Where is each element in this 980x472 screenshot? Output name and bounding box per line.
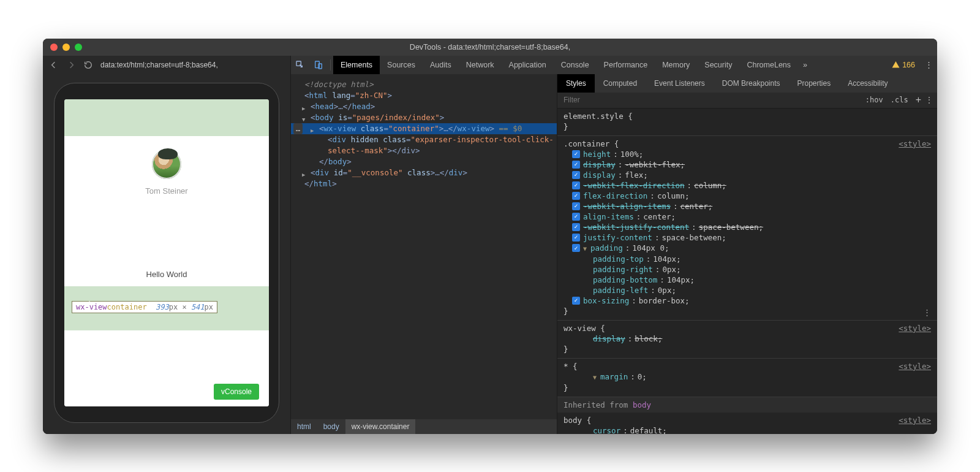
warnings-badge[interactable]: 166 — [887, 61, 920, 69]
rule-container: .container { <style> height: 100%;displa… — [557, 136, 937, 321]
css-declaration[interactable]: padding-left: 0px; — [572, 285, 931, 295]
css-declaration[interactable]: ▼ padding: 104px 0; — [572, 243, 931, 254]
styles-list[interactable]: element.style { } .container { <style> h… — [557, 108, 937, 434]
kebab-menu-icon[interactable]: ⋮ — [920, 60, 937, 69]
minimize-icon[interactable] — [62, 44, 70, 51]
toggle-checkbox[interactable] — [572, 181, 580, 189]
rule-source-link[interactable]: <style> — [899, 361, 931, 371]
toggle-checkbox[interactable] — [572, 213, 580, 221]
new-rule-icon[interactable]: + — [912, 94, 925, 105]
device-toggle-icon[interactable] — [309, 56, 328, 74]
css-declaration[interactable]: display: -webkit-flex; — [572, 159, 931, 170]
dom-line: select--mask"></div> — [291, 145, 557, 156]
css-declaration[interactable]: -webkit-flex-direction: column; — [572, 180, 931, 191]
css-declaration[interactable]: flex-direction: column; — [572, 191, 931, 201]
rule-source-link[interactable]: <style> — [899, 139, 931, 149]
tab-sources[interactable]: Sources — [380, 56, 423, 74]
rule-universal: * { <style> ▼ margin: 0; } — [557, 359, 937, 397]
tab-network[interactable]: Network — [459, 56, 502, 74]
css-declaration[interactable]: cursor: default; — [572, 425, 931, 434]
zoom-icon[interactable] — [75, 44, 82, 51]
css-declaration[interactable]: padding-right: 0px; — [572, 264, 931, 275]
css-declaration[interactable]: padding-top: 104px; — [572, 254, 931, 264]
rule-source-link[interactable]: <style> — [899, 415, 931, 425]
subtab-accessibility[interactable]: Accessibility — [839, 74, 896, 93]
css-declaration[interactable]: -webkit-justify-content: space-between; — [572, 222, 931, 232]
url-text[interactable]: data:text/html;charset=utf-8;base64, — [100, 61, 218, 69]
css-declaration[interactable]: display: flex; — [572, 170, 931, 180]
css-declaration[interactable]: height: 100%; — [572, 149, 931, 159]
avatar — [152, 150, 181, 179]
reload-icon[interactable] — [83, 60, 93, 70]
divider — [330, 59, 331, 70]
crumb-html[interactable]: html — [291, 419, 317, 434]
styles-filter-input[interactable] — [564, 96, 862, 104]
app-middle-bg: wx-viewcontainer 393px × 541px — [64, 286, 269, 330]
tab-console[interactable]: Console — [554, 56, 597, 74]
device-screen: Tom Steiner Hello World wx-viewcontainer… — [64, 99, 269, 406]
element-tooltip: wx-viewcontainer 393px × 541px — [72, 301, 217, 313]
css-declaration[interactable]: padding-bottom: 104px; — [572, 275, 931, 285]
app-header-bg — [64, 99, 269, 136]
titlebar: DevTools - data:text/html;charset=utf-8;… — [43, 39, 937, 56]
hov-button[interactable]: :hov — [862, 96, 887, 104]
devtools-main: Elements Sources Audits Network Applicat… — [291, 56, 937, 434]
tab-chromelens[interactable]: ChromeLens — [739, 56, 798, 74]
devtools-window: DevTools - data:text/html;charset=utf-8;… — [43, 39, 937, 434]
toggle-checkbox[interactable] — [572, 244, 580, 252]
rule-source-link[interactable]: <style> — [899, 323, 931, 333]
tab-memory[interactable]: Memory — [655, 56, 697, 74]
rule-wxview: wx-view { <style> display: block; } — [557, 321, 937, 359]
address-bar: data:text/html;charset=utf-8;base64, — [43, 56, 290, 74]
styles-kebab-icon[interactable]: ⋮ — [925, 96, 933, 104]
dom-tree[interactable]: <!doctype html> <html lang="zh-CN"> ▶<he… — [291, 74, 557, 419]
inspect-icon[interactable] — [291, 56, 309, 74]
toggle-checkbox[interactable] — [572, 223, 580, 231]
dom-line: </body> — [291, 156, 557, 167]
toggle-checkbox[interactable] — [572, 150, 580, 158]
toggle-checkbox[interactable] — [572, 171, 580, 179]
subtab-computed[interactable]: Computed — [595, 74, 646, 93]
toggle-checkbox[interactable] — [572, 297, 580, 305]
subtab-styles[interactable]: Styles — [557, 74, 595, 93]
crumb-wxview[interactable]: wx-view.container — [345, 419, 416, 434]
vconsole-button[interactable]: vConsole — [214, 384, 259, 400]
main-tabs: Elements Sources Audits Network Applicat… — [291, 56, 937, 74]
crumb-body[interactable]: body — [317, 419, 345, 434]
subtab-dombreakpoints[interactable]: DOM Breakpoints — [714, 74, 789, 93]
dom-line: <div hidden class="exparser-inspector-to… — [291, 134, 557, 145]
subtab-eventlisteners[interactable]: Event Listeners — [646, 74, 714, 93]
toggle-checkbox[interactable] — [572, 161, 580, 169]
tab-audits[interactable]: Audits — [423, 56, 459, 74]
tab-security[interactable]: Security — [697, 56, 739, 74]
username-label: Tom Steiner — [145, 186, 187, 196]
window-title: DevTools - data:text/html;charset=utf-8;… — [410, 43, 570, 51]
app-footer-bg: vConsole — [64, 330, 269, 406]
tab-performance[interactable]: Performance — [597, 56, 655, 74]
forward-icon[interactable] — [66, 60, 76, 70]
close-icon[interactable] — [50, 44, 58, 51]
toggle-checkbox[interactable] — [572, 234, 580, 242]
subtab-properties[interactable]: Properties — [788, 74, 839, 93]
dom-line-selected: …▶<wx-view class="container">…</wx-view>… — [291, 123, 557, 134]
dom-line: ▶<head>…</head> — [291, 101, 557, 112]
dom-line: ▼<body is="pages/index/index"> — [291, 112, 557, 123]
toggle-checkbox[interactable] — [572, 202, 580, 210]
cls-button[interactable]: .cls — [887, 96, 912, 104]
breadcrumb: html body wx-view.container — [291, 419, 557, 434]
back-icon[interactable] — [49, 60, 59, 70]
tab-elements[interactable]: Elements — [333, 56, 380, 74]
css-declaration[interactable]: ▼ margin: 0; — [572, 371, 931, 383]
tab-application[interactable]: Application — [502, 56, 554, 74]
css-declaration[interactable]: display: block; — [572, 333, 931, 344]
rule-element-style: element.style { } — [557, 108, 937, 136]
tabs-overflow-icon[interactable]: » — [798, 61, 812, 69]
css-declaration[interactable]: justify-content: space-between; — [572, 232, 931, 243]
toggle-checkbox[interactable] — [572, 192, 580, 200]
css-declaration[interactable]: box-sizing: border-box; — [572, 295, 931, 306]
css-declaration[interactable]: align-items: center; — [572, 211, 931, 222]
css-declaration[interactable]: -webkit-align-items: center; — [572, 201, 931, 211]
styles-subtabs: Styles Computed Event Listeners DOM Brea… — [557, 74, 937, 93]
inherited-from-label: Inherited from body — [557, 397, 937, 413]
dom-line: <!doctype html> — [291, 79, 557, 90]
